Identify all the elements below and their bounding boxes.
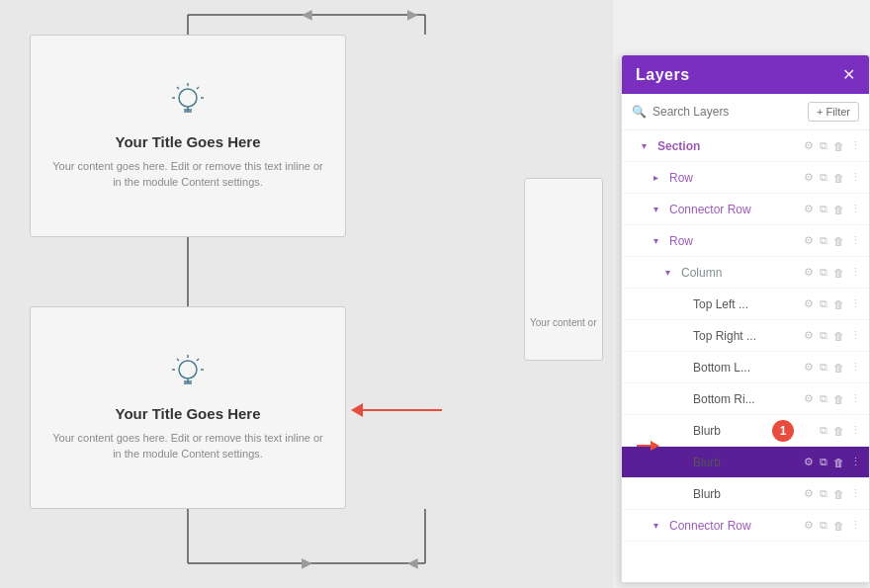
svg-point-8 [179,89,197,107]
search-input[interactable] [652,105,802,119]
duplicate-icon[interactable]: ⧉ [820,392,827,405]
duplicate-icon[interactable]: ⧉ [820,519,827,532]
layer-label-blurb3: Blurb [693,487,804,501]
gear-icon[interactable]: ⚙ [804,139,814,152]
more-icon[interactable]: ⋮ [850,234,861,247]
layer-toggle-connector-row1: ▾ [653,204,665,214]
more-icon[interactable]: ⋮ [850,171,861,184]
duplicate-icon[interactable]: ⧉ [820,456,827,468]
arrow-head [351,403,363,417]
layers-search-bar: 🔍 + Filter [622,94,869,130]
layer-label-blurb2: Blurb [693,456,804,469]
nav-arrow-bottom-right[interactable]: ◀ [407,554,418,570]
layer-label-top-right: Top Right ... [693,329,804,343]
card-bottom-desc: Your content goes here. Edit or remove t… [50,430,325,462]
module-card-right: Your content or [524,178,603,361]
svg-line-14 [177,87,179,89]
duplicate-icon[interactable]: ⧉ [820,361,827,374]
more-icon[interactable]: ⋮ [850,203,861,215]
more-icon[interactable]: ⋮ [850,424,861,437]
duplicate-icon[interactable]: ⧉ [820,171,827,184]
nav-arrow-bottom-left[interactable]: ▶ [302,554,312,570]
layer-icons-blurb2: ⚙ ⧉ 🗑 ⋮ [804,456,861,468]
gear-icon[interactable]: ⚙ [804,171,814,184]
layer-item-row2[interactable]: ▾ Row ⚙ ⧉ 🗑 ⋮ [622,225,869,257]
layer-icons-bottom-ri: ⚙ ⧉ 🗑 ⋮ [804,392,861,405]
layer-item-connector-row2[interactable]: ▾ Connector Row ⚙ ⧉ 🗑 ⋮ [622,510,869,542]
layer-item-blurb3[interactable]: Blurb ⚙ ⧉ 🗑 ⋮ [622,478,869,510]
delete-icon[interactable]: 🗑 [833,330,844,342]
layer-label-bottom-ri: Bottom Ri... [693,392,804,406]
gear-icon[interactable]: ⚙ [804,329,814,342]
delete-icon[interactable]: 🗑 [833,267,844,279]
more-icon[interactable]: ⋮ [850,487,861,500]
more-icon[interactable]: ⋮ [850,392,861,405]
more-icon[interactable]: ⋮ [850,297,861,310]
layer-item-top-right[interactable]: Top Right ... ⚙ ⧉ 🗑 ⋮ [622,320,869,352]
delete-icon[interactable]: 🗑 [833,235,844,247]
blurb1-badge: 1 [772,420,794,442]
filter-button[interactable]: + Filter [808,102,859,122]
arrow-line [363,409,442,411]
gear-icon[interactable]: ⚙ [804,234,814,247]
duplicate-icon[interactable]: ⧉ [820,139,827,152]
more-icon[interactable]: ⋮ [850,266,861,279]
layer-toggle-column: ▾ [665,267,677,278]
delete-icon[interactable]: 🗑 [833,140,844,152]
delete-icon[interactable]: 🗑 [833,393,844,405]
svg-line-22 [197,359,199,361]
layer-icons-connector-row2: ⚙ ⧉ 🗑 ⋮ [804,519,861,532]
module-card-bottom: Your Title Goes Here Your content goes h… [30,306,346,509]
duplicate-icon[interactable]: ⧉ [820,297,827,310]
layer-label-top-left: Top Left ... [693,297,804,311]
layer-item-blurb2[interactable]: Blurb ⚙ ⧉ 🗑 ⋮ [622,447,869,478]
delete-icon[interactable]: 🗑 [833,172,844,184]
duplicate-icon[interactable]: ⧉ [820,203,827,215]
arrow-tip [651,441,659,451]
arrow-body [637,445,651,447]
layer-toggle-section: ▾ [642,140,653,151]
gear-icon[interactable]: ⚙ [804,297,814,310]
more-icon[interactable]: ⋮ [850,519,861,532]
layer-item-top-left[interactable]: Top Left ... ⚙ ⧉ 🗑 ⋮ [622,289,869,320]
nav-arrow-top-right[interactable]: ▶ [407,6,418,22]
more-icon[interactable]: ⋮ [850,139,861,152]
layer-item-row1[interactable]: ▸ Row ⚙ ⧉ 🗑 ⋮ [622,162,869,194]
duplicate-icon[interactable]: ⧉ [820,266,827,279]
delete-icon[interactable]: 🗑 [833,457,844,468]
layer-item-connector-row1[interactable]: ▾ Connector Row ⚙ ⧉ 🗑 ⋮ [622,194,869,225]
duplicate-icon[interactable]: ⧉ [820,329,827,342]
layer-label-row2: Row [669,234,804,248]
gear-icon[interactable]: ⚙ [804,361,814,374]
delete-icon[interactable]: 🗑 [833,362,844,374]
bulb-icon-bottom [168,354,208,397]
duplicate-icon[interactable]: ⧉ [820,234,827,247]
duplicate-icon[interactable]: ⧉ [820,487,827,500]
delete-icon[interactable]: 🗑 [833,520,844,532]
delete-icon[interactable]: 🗑 [833,425,844,437]
delete-icon[interactable]: 🗑 [833,298,844,310]
more-icon[interactable]: ⋮ [850,361,861,374]
layer-icons-blurb3: ⚙ ⧉ 🗑 ⋮ [804,487,861,500]
gear-icon[interactable]: ⚙ [804,392,814,405]
gear-icon[interactable]: ⚙ [804,519,814,532]
gear-icon[interactable]: ⚙ [804,456,814,468]
layer-item-column[interactable]: ▾ Column ⚙ ⧉ 🗑 ⋮ [622,257,869,289]
gear-icon[interactable]: ⚙ [804,487,814,500]
more-icon[interactable]: ⋮ [850,456,861,468]
layer-item-section[interactable]: ▾ Section ⚙ ⧉ 🗑 ⋮ [622,130,869,162]
layer-item-bottom-l[interactable]: Bottom L... ⚙ ⧉ 🗑 ⋮ [622,352,869,383]
delete-icon[interactable]: 🗑 [833,204,844,215]
layer-item-bottom-ri[interactable]: Bottom Ri... ⚙ ⧉ 🗑 ⋮ [622,383,869,415]
duplicate-icon[interactable]: ⧉ [820,424,827,437]
layers-panel-close[interactable]: ✕ [842,65,855,84]
layer-icons-column: ⚙ ⧉ 🗑 ⋮ [804,266,861,279]
more-icon[interactable]: ⋮ [850,329,861,342]
layer-toggle-row1: ▸ [653,172,665,183]
gear-icon[interactable]: ⚙ [804,266,814,279]
gear-icon[interactable]: ⚙ [804,203,814,215]
nav-arrow-top-left[interactable]: ◀ [302,6,312,22]
delete-icon[interactable]: 🗑 [833,488,844,500]
layer-icons-connector-row1: ⚙ ⧉ 🗑 ⋮ [804,203,861,215]
layer-label-connector-row2: Connector Row [669,519,804,533]
